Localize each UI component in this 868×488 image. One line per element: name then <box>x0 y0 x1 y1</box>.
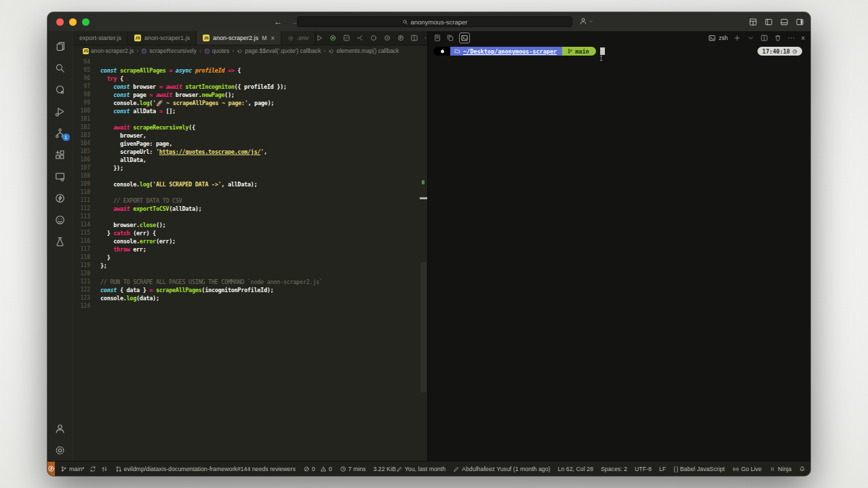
status-git-branch-status[interactable]: main* <box>60 466 108 472</box>
line-number: 94 <box>73 59 90 65</box>
activity-search-icon[interactable] <box>47 57 73 79</box>
status-problems[interactable]: 00 <box>303 466 332 472</box>
kill-terminal-icon[interactable] <box>774 34 782 42</box>
code-editor[interactable]: 9495const scrapeAllPages = async profile… <box>73 56 427 461</box>
breadcrumb-item[interactable]: quotes <box>204 47 230 54</box>
callback-symbol-icon <box>237 48 243 54</box>
remote-indicator[interactable] <box>47 462 55 476</box>
open-changes-icon[interactable] <box>342 34 351 42</box>
status-blame-author[interactable]: Abdulhafeez Yusuf (1 month ago) <box>453 466 550 472</box>
code-text: await scrapeRecursively({ <box>100 124 195 131</box>
run-below-icon[interactable] <box>383 34 391 42</box>
zoom-window-button[interactable] <box>82 18 90 26</box>
activity-settings-gear-icon[interactable] <box>47 439 73 461</box>
breadcrumb-item[interactable]: scrapeRecursively <box>141 47 196 54</box>
code-line-120: 120 <box>73 270 427 279</box>
split-terminal-icon[interactable] <box>760 34 768 42</box>
breadcrumb-label: page.$$eval('.quote') callback <box>245 47 321 54</box>
status-file-size[interactable]: 3.22 KiB <box>374 466 396 472</box>
live-preview-icon <box>54 171 66 182</box>
new-terminal-icon[interactable] <box>733 34 741 42</box>
status-eol[interactable]: LF <box>659 466 666 472</box>
code-line-117: 117 throw err; <box>73 246 427 254</box>
line-number: 111 <box>73 197 90 203</box>
tab-anon-scraper2-js[interactable]: JSanon-scraper2.jsM× <box>197 31 281 45</box>
activity-accounts-icon[interactable] <box>47 418 73 439</box>
profile-icon[interactable] <box>397 34 405 42</box>
clock-icon <box>340 466 347 472</box>
notebook-icon[interactable] <box>433 34 441 42</box>
tab-anon-scraper1-js[interactable]: JSanon-scraper1.js <box>128 31 197 45</box>
search-icon <box>402 19 408 25</box>
run-above-icon[interactable] <box>370 34 378 42</box>
status-language-mode[interactable]: { }Babel JavaScript <box>673 466 725 472</box>
breadcrumb-item[interactable]: JSanon-scraper2.js <box>83 47 134 54</box>
code-text: console.log('🚀 ~ scrapeAllPages ~ page:'… <box>100 100 274 106</box>
activity-github-icon[interactable] <box>47 209 73 230</box>
status-notifications[interactable] <box>799 466 806 472</box>
toggle-primary-sidebar-icon[interactable] <box>764 18 773 26</box>
status-cursor-position[interactable]: Ln 62, Col 28 <box>558 466 593 472</box>
tab-export-starter-js[interactable]: export-starter.js <box>73 31 128 45</box>
status-part: main* <box>60 466 85 472</box>
status-pr-status[interactable]: evildmp/diataxis-documentation-framework… <box>115 466 296 472</box>
toggle-panel-icon[interactable] <box>780 18 789 26</box>
status-encoding[interactable]: UTF-8 <box>635 466 652 472</box>
minimize-window-button[interactable] <box>69 18 77 26</box>
code-line-97: 97 const browser = await startIncogniton… <box>73 83 427 92</box>
customize-layout-icon[interactable] <box>749 18 757 26</box>
status-go-live[interactable]: Go Live <box>732 466 762 472</box>
coverage-circle-icon[interactable] <box>329 34 337 42</box>
tab-bar: export-starter.jsJSanon-scraper1.jsJSano… <box>73 31 427 45</box>
accounts-icon <box>54 423 66 434</box>
command-center-search[interactable]: anonymous-scraper <box>297 16 572 27</box>
account-menu[interactable] <box>579 17 593 25</box>
status-part: 0 <box>320 466 332 472</box>
terminal-dropdown-icon[interactable] <box>747 34 755 42</box>
line-number: 101 <box>73 116 90 122</box>
terminal-tab-zsh[interactable]: zsh <box>708 34 728 42</box>
error-icon <box>303 466 310 472</box>
terminal-body[interactable]: ~/Desktop/anonymous-scraper main 17:40:1… <box>428 45 810 461</box>
activity-extensions-icon[interactable] <box>47 144 73 165</box>
activity-thunder-client-icon[interactable] <box>47 187 73 209</box>
breadcrumb-separator: › <box>323 47 326 54</box>
activity-explorer-icon[interactable] <box>47 35 73 57</box>
status-time-tracker[interactable]: 7 mins <box>340 466 366 472</box>
code-text: const browser = await startIncogniton({ … <box>100 83 287 90</box>
code-text: // EXPORT DATA TO CSV <box>100 197 182 204</box>
breadcrumb-item[interactable]: page.$$eval('.quote') callback <box>237 47 321 54</box>
code-line-115: 115 } catch (err) { <box>73 230 427 238</box>
code-text: const { data } = scrapeAllPages(incognit… <box>100 287 273 293</box>
code-text: console.log(data); <box>100 295 159 302</box>
close-panel-icon[interactable]: × <box>801 35 805 42</box>
go-back-icon[interactable] <box>356 34 364 42</box>
activity-source-control-icon[interactable]: 1 <box>47 122 73 144</box>
activity-browser-circle-icon[interactable] <box>47 79 73 100</box>
terminal-icon[interactable] <box>459 33 470 43</box>
code-text: const allData = []; <box>100 108 176 115</box>
split-editor-icon[interactable] <box>410 34 418 42</box>
more-actions-icon[interactable] <box>787 34 795 42</box>
code-line-108: 108 <box>73 173 427 181</box>
run-file-icon[interactable] <box>315 34 323 42</box>
status-blame-you[interactable]: You, last month <box>396 466 446 472</box>
status-indentation[interactable]: Spaces: 2 <box>601 466 627 472</box>
activity-live-preview-icon[interactable] <box>47 165 73 187</box>
history-back-icon[interactable]: ← <box>274 17 282 26</box>
close-window-button[interactable] <box>56 18 64 26</box>
apple-icon <box>439 48 446 54</box>
code-line-102: 102 await scrapeRecursively({ <box>73 124 427 132</box>
close-tab-icon[interactable]: × <box>271 35 275 42</box>
code-line-105: 105 scrapeUrl: 'https://quotes.toscrape.… <box>73 148 427 157</box>
bell-icon <box>799 466 806 472</box>
status-part <box>799 466 806 472</box>
toggle-secondary-sidebar-icon[interactable] <box>795 18 804 26</box>
code-line-96: 96 try { <box>73 75 427 83</box>
tab--env[interactable]: .env <box>281 31 315 45</box>
breadcrumb-item[interactable]: elements.map() callback <box>328 47 399 54</box>
activity-run-and-debug-icon[interactable] <box>47 100 73 122</box>
restore-panel-icon[interactable] <box>446 34 454 42</box>
status-ninja[interactable]: Ninja <box>769 466 791 472</box>
activity-testing-flask-icon[interactable] <box>47 230 73 252</box>
